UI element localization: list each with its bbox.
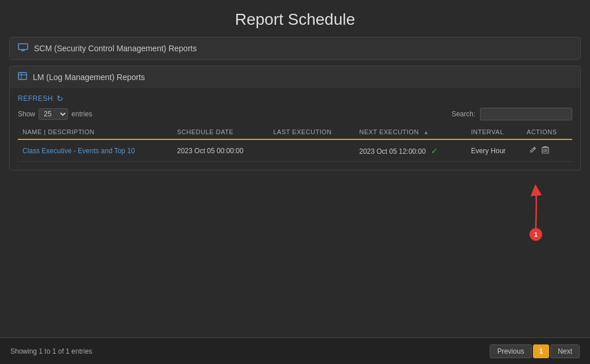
search-input[interactable] (480, 108, 572, 120)
previous-button[interactable]: Previous (490, 344, 532, 358)
show-entries-row: Show 25 10 50 100 entries (18, 108, 92, 120)
entries-select[interactable]: 25 10 50 100 (39, 108, 68, 120)
reports-table: Name | Description Schedule Date Last ex… (18, 125, 572, 162)
monitor-icon (18, 43, 28, 54)
cell-schedule-date: 2023 Oct 05 00:00:00 (172, 139, 268, 162)
lm-section-body: Refresh ↻ Show 25 10 50 100 entries Sear… (10, 88, 580, 170)
col-schedule-date: Schedule Date (172, 125, 268, 139)
col-name: Name | Description (18, 125, 172, 139)
svg-line-6 (534, 148, 535, 149)
col-last-execution: Last execution (268, 125, 354, 139)
cell-name: Class Executive - Events and Top 10 (18, 139, 172, 162)
search-row: Search: (452, 108, 572, 120)
refresh-row: Refresh ↻ (18, 94, 572, 103)
search-label: Search: (452, 110, 475, 118)
refresh-label: Refresh (18, 94, 53, 103)
cell-next-execution: 2023 Oct 05 12:00:00 ✓ (355, 139, 467, 162)
delete-button[interactable] (539, 145, 551, 157)
scm-section-label: SCM (Security Control Management) Report… (34, 44, 196, 53)
scm-section: SCM (Security Control Management) Report… (9, 37, 581, 60)
scm-section-header: SCM (Security Control Management) Report… (10, 37, 580, 59)
pagination: Previous 1 Next (490, 344, 580, 358)
col-interval: Interval (467, 125, 523, 139)
annotation-circle-1: 1 (530, 228, 542, 241)
lm-section-label: LM (Log Management) Reports (33, 73, 145, 82)
footer-info: Showing 1 to 1 of 1 entries (10, 347, 92, 355)
next-button[interactable]: Next (550, 344, 580, 358)
show-label: Show (18, 110, 35, 118)
table-icon (18, 72, 27, 82)
page-title: Report Schedule (0, 0, 590, 37)
lm-section: LM (Log Management) Reports Refresh ↻ Sh… (9, 66, 581, 170)
table-controls: Show 25 10 50 100 entries Search: (18, 108, 572, 120)
edit-button[interactable] (527, 145, 539, 157)
cell-last-execution (268, 139, 354, 162)
lm-section-header: LM (Log Management) Reports (10, 66, 580, 88)
entries-label: entries (71, 110, 92, 118)
svg-rect-0 (18, 44, 28, 50)
cell-actions (522, 139, 572, 162)
table-header-row: Name | Description Schedule Date Last ex… (18, 125, 572, 139)
col-next-execution: Next execution ▲ (355, 125, 467, 139)
svg-rect-3 (18, 73, 27, 79)
sort-icon: ▲ (423, 129, 429, 135)
col-actions: Actions (522, 125, 572, 139)
page-number-1[interactable]: 1 (533, 344, 550, 358)
cell-interval: Every Hour (467, 139, 523, 162)
status-check-icon: ✓ (431, 146, 438, 156)
table-row: Class Executive - Events and Top 102023 … (18, 139, 572, 162)
footer-bar: Showing 1 to 1 of 1 entries Previous 1 N… (0, 338, 590, 364)
refresh-icon[interactable]: ↻ (56, 94, 63, 103)
